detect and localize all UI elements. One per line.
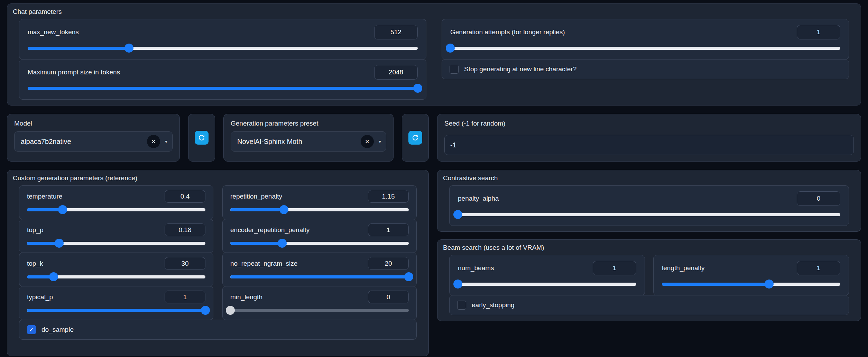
penalty-alpha-box: penalty_alpha — [449, 185, 849, 226]
max-prompt-size-slider[interactable] — [28, 84, 418, 93]
slider-handle[interactable] — [49, 272, 58, 281]
slider-handle[interactable] — [226, 306, 235, 315]
length-penalty-input[interactable] — [797, 261, 840, 275]
max-prompt-size-input[interactable] — [374, 65, 418, 80]
clear-icon[interactable]: × — [361, 135, 374, 148]
refresh-icon — [411, 134, 419, 142]
slider-handle[interactable] — [278, 239, 287, 248]
slider-handle[interactable] — [413, 84, 422, 93]
min-length-box: min_length — [222, 286, 417, 320]
length-penalty-label: length_penalty — [662, 264, 705, 272]
top-p-box: top_p — [19, 219, 213, 253]
temperature-box: temperature — [19, 185, 213, 219]
top-k-input[interactable] — [165, 257, 205, 270]
model-refresh-button[interactable] — [195, 131, 209, 145]
generation-attempts-box: Generation attempts (for longer replies) — [442, 19, 849, 60]
repetition-penalty-slider[interactable] — [230, 205, 409, 214]
chevron-down-icon[interactable]: ▾ — [379, 139, 381, 144]
slider-handle[interactable] — [58, 205, 67, 214]
top-p-label: top_p — [27, 226, 44, 234]
slider-track — [458, 283, 636, 286]
preset-label: Generation parameters preset — [231, 120, 386, 127]
slider-handle[interactable] — [279, 205, 288, 214]
slider-handle[interactable] — [404, 272, 413, 281]
penalty-alpha-input[interactable] — [797, 191, 840, 206]
length-penalty-slider[interactable] — [662, 280, 840, 289]
generation-attempts-label: Generation attempts (for longer replies) — [450, 28, 565, 36]
custom-params-panel: Custom generation parameters (reference)… — [7, 170, 429, 356]
early-stopping-checkbox[interactable]: ✓ — [457, 301, 466, 310]
slider-handle[interactable] — [446, 44, 455, 53]
right-column: Contrastive search penalty_alpha Beam se… — [437, 170, 861, 356]
slider-handle[interactable] — [453, 210, 462, 219]
min-length-input[interactable] — [368, 291, 409, 303]
slider-handle[interactable] — [453, 280, 462, 289]
top-k-box: top_k — [19, 253, 213, 286]
chat-parameters-panel: Chat parameters max_new_tokens — [7, 3, 861, 106]
typical-p-label: typical_p — [27, 293, 53, 301]
slider-fill — [230, 242, 282, 245]
no-repeat-ngram-size-slider[interactable] — [230, 272, 409, 282]
max-new-tokens-input[interactable] — [374, 25, 418, 39]
model-refresh-panel — [188, 114, 215, 162]
no-repeat-ngram-size-input[interactable] — [368, 257, 409, 270]
encoder-repetition-penalty-slider[interactable] — [230, 239, 409, 248]
generation-attempts-input[interactable] — [797, 25, 840, 39]
repetition-penalty-label: repetition_penalty — [230, 193, 282, 200]
typical-p-input[interactable] — [165, 291, 205, 303]
slider-track — [458, 213, 840, 216]
beam-search-panel: Beam search (uses a lot of VRAM) num_bea… — [437, 239, 861, 321]
chat-parameters-title: Chat parameters — [13, 8, 849, 16]
preset-refresh-button[interactable] — [408, 131, 422, 145]
encoder-repetition-penalty-input[interactable] — [368, 223, 409, 236]
preset-panel: Generation parameters preset NovelAI-Sph… — [223, 114, 394, 162]
encoder-repetition-penalty-label: encoder_repetition_penalty — [230, 226, 310, 234]
check-icon: ✓ — [451, 65, 456, 73]
temperature-slider[interactable] — [27, 205, 205, 214]
early-stopping-label: early_stopping — [472, 301, 515, 309]
seed-panel: Seed (-1 for random) — [437, 114, 861, 162]
early-stopping-box: ✓ early_stopping — [449, 295, 849, 315]
max-new-tokens-box: max_new_tokens — [19, 19, 426, 60]
slider-track — [230, 309, 409, 312]
repetition-penalty-input[interactable] — [368, 190, 409, 203]
temperature-input[interactable] — [165, 190, 205, 203]
do-sample-box: ✓ do_sample — [19, 320, 417, 340]
model-panel: Model alpaca7b2native × ▾ — [7, 114, 180, 162]
max-new-tokens-slider[interactable] — [28, 44, 418, 53]
typical-p-slider[interactable] — [27, 306, 205, 315]
slider-handle[interactable] — [765, 280, 774, 289]
do-sample-checkbox[interactable]: ✓ — [27, 325, 36, 334]
top-k-label: top_k — [27, 260, 43, 267]
seed-input[interactable] — [444, 135, 854, 155]
num-beams-input[interactable] — [593, 261, 636, 275]
stop-new-line-label: Stop generating at new line character? — [464, 65, 576, 73]
check-icon: ✓ — [459, 301, 464, 309]
clear-icon[interactable]: × — [147, 135, 160, 148]
slider-fill — [662, 283, 769, 286]
chevron-down-icon[interactable]: ▾ — [165, 139, 167, 144]
stop-new-line-checkbox[interactable]: ✓ — [450, 65, 459, 74]
preset-refresh-panel — [402, 114, 429, 162]
no-repeat-ngram-size-label: no_repeat_ngram_size — [230, 260, 297, 267]
slider-handle[interactable] — [124, 44, 133, 53]
model-dropdown[interactable]: alpaca7b2native × ▾ — [14, 131, 173, 152]
num-beams-slider[interactable] — [458, 280, 636, 289]
length-penalty-box: length_penalty — [653, 255, 849, 295]
penalty-alpha-slider[interactable] — [458, 210, 840, 219]
top-p-input[interactable] — [165, 223, 205, 236]
slider-fill — [27, 309, 205, 312]
refresh-icon — [197, 134, 206, 142]
slider-handle[interactable] — [55, 239, 64, 248]
min-length-slider[interactable] — [230, 306, 409, 315]
generation-attempts-slider[interactable] — [450, 44, 840, 53]
slider-handle[interactable] — [201, 306, 210, 315]
top-k-slider[interactable] — [27, 272, 205, 282]
top-p-slider[interactable] — [27, 239, 205, 248]
temperature-label: temperature — [27, 193, 62, 200]
preset-dropdown[interactable]: NovelAI-Sphinx Moth × ▾ — [231, 131, 386, 152]
model-label: Model — [14, 120, 173, 127]
max-prompt-size-label: Maximum prompt size in tokens — [28, 68, 120, 76]
slider-fill — [28, 87, 418, 90]
slider-fill — [28, 47, 129, 50]
